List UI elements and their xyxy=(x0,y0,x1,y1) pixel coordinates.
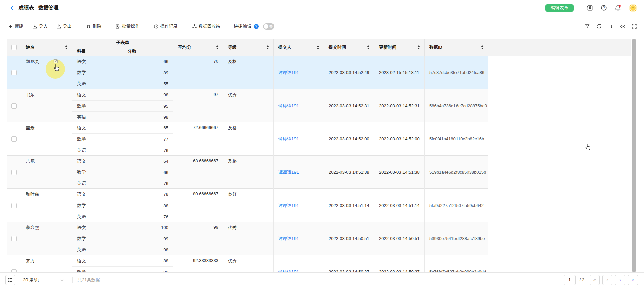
submitter-link[interactable]: 谭谭谭191 xyxy=(278,103,299,109)
table-row: 盖聂语文数学英语65777672.66666667及格谭谭谭1912022-03… xyxy=(7,122,488,156)
row-name: 齐力 xyxy=(26,258,35,263)
delete-button[interactable]: 删除 xyxy=(86,23,101,30)
sort-icon[interactable] xyxy=(265,44,270,50)
filter-button[interactable] xyxy=(584,23,590,30)
row-checkbox[interactable] xyxy=(11,203,17,208)
subject-cell: 数学 xyxy=(72,100,123,111)
row-density-button[interactable] xyxy=(5,275,15,285)
prev-page-button[interactable]: ‹ xyxy=(602,275,612,285)
subject-column-cell: 语文数学英语 xyxy=(72,122,123,156)
toolbar-actions: 新建 导入 导出 删除 批量操作 操作记录 数据回收站 快捷编辑 ? xyxy=(8,23,274,30)
edit-form-button[interactable]: 编辑表单 xyxy=(545,4,574,12)
update-time-cell: 2022-03-03 14:51:14 xyxy=(374,189,425,222)
row-checkbox[interactable] xyxy=(11,103,17,109)
column-header-subform: 子表单 xyxy=(72,39,173,47)
sort-icon[interactable] xyxy=(366,44,371,50)
subject-cell: 语文 xyxy=(72,56,123,67)
data-id: 5fc0f41a4180110c2b82c16b xyxy=(429,136,484,141)
contacts-icon-glyph xyxy=(587,5,593,11)
operation-log-button[interactable]: 操作记录 xyxy=(154,23,178,30)
export-button[interactable]: 导出 xyxy=(56,23,72,30)
last-page-button[interactable]: » xyxy=(628,275,638,285)
subject-cell: 语文 xyxy=(72,156,123,167)
data-id-cell: 586b4a736c16e7cd28875be0 xyxy=(425,89,488,122)
grade-cell: 优秀 xyxy=(223,89,274,122)
column-header-name[interactable]: 姓名 xyxy=(21,39,72,56)
quick-edit-toggle[interactable]: 关 xyxy=(263,23,274,30)
table-row: 和叶森语文数学英语78887680.66666667良好谭谭谭1912022-0… xyxy=(7,189,488,222)
page-size-select[interactable]: 20 条/页 xyxy=(19,275,68,285)
back-button[interactable] xyxy=(9,5,15,11)
sort-icon[interactable] xyxy=(480,44,485,50)
help-badge-icon[interactable]: ? xyxy=(254,24,259,29)
name-cell: 盖聂 xyxy=(21,122,72,156)
next-page-button[interactable]: › xyxy=(615,275,625,285)
row-checkbox[interactable] xyxy=(11,136,17,142)
submit-time: 2022-03-03 14:52:31 xyxy=(329,103,369,108)
sort-icon[interactable] xyxy=(64,44,69,50)
row-checkbox[interactable] xyxy=(11,170,17,175)
row-checkbox[interactable] xyxy=(11,70,17,75)
row-checkbox[interactable] xyxy=(11,236,17,241)
refresh-button[interactable] xyxy=(596,23,602,30)
help-icon[interactable]: ? xyxy=(600,5,607,11)
row-checkbox-cell xyxy=(7,189,21,222)
toolbar: 新建 导入 导出 删除 批量操作 操作记录 数据回收站 快捷编辑 ? xyxy=(0,16,644,38)
update-time-cell: 2022-03-03 14:51:38 xyxy=(374,156,425,189)
score-cell: 64 xyxy=(123,156,173,167)
import-button[interactable]: 导入 xyxy=(32,23,48,30)
subject-column-cell: 语文数学英语 xyxy=(72,89,123,122)
contacts-icon[interactable] xyxy=(586,5,593,11)
subject-cell: 英语 xyxy=(72,111,123,122)
submitter-link[interactable]: 谭谭谭191 xyxy=(278,236,299,242)
column-header-data-id[interactable]: 数据ID xyxy=(425,39,488,56)
column-header-submit-time[interactable]: 提交时间 xyxy=(324,39,374,56)
score-cell: 55 xyxy=(123,78,173,89)
name-cell: 吉尼 xyxy=(21,156,72,189)
sort-icon[interactable] xyxy=(215,44,220,50)
grade-cell: 优秀 xyxy=(223,222,274,255)
column-header-update-time[interactable]: 更新时间 xyxy=(374,39,425,56)
submit-time-cell: 2022-03-03 14:51:14 xyxy=(324,189,374,222)
header-checkbox-cell xyxy=(7,39,21,56)
subject-cell: 英语 xyxy=(72,145,123,156)
submitter-link[interactable]: 谭谭谭191 xyxy=(278,269,299,273)
eye-icon xyxy=(620,24,626,30)
data-id: 57c87dcbe3fe71abd24fca86 xyxy=(429,70,484,75)
import-icon xyxy=(32,24,37,29)
submitter-link[interactable]: 谭谭谭191 xyxy=(278,203,299,209)
row-name: 慕容熙 xyxy=(26,225,39,230)
notification-bell-icon[interactable] xyxy=(614,5,621,11)
update-time: 2022-03-03 14:52:31 xyxy=(379,103,420,108)
submitter-link[interactable]: 谭谭谭191 xyxy=(278,136,299,142)
column-visibility-button[interactable] xyxy=(620,23,626,30)
column-header-average[interactable]: 平均分 xyxy=(173,39,223,56)
row-height-icon xyxy=(8,277,13,283)
header-filler xyxy=(488,39,631,56)
name-cell: 书乐 xyxy=(21,89,72,122)
grade-cell: 优秀 xyxy=(223,255,274,272)
vertical-scrollbar[interactable] xyxy=(632,39,636,272)
submitter-link[interactable]: 谭谭谭191 xyxy=(278,169,299,175)
filter-funnel-icon xyxy=(585,24,590,29)
page-number-input[interactable] xyxy=(564,275,576,285)
score-cell: 100 xyxy=(123,222,173,233)
new-button[interactable]: 新建 xyxy=(8,23,23,30)
row-checkbox-cell xyxy=(7,156,21,189)
data-recycle-bin-button[interactable]: 数据回收站 xyxy=(192,23,220,30)
sort-rows-button[interactable] xyxy=(608,23,614,30)
first-page-button[interactable]: « xyxy=(590,275,600,285)
total-pages-label: / 2 xyxy=(580,277,584,282)
row-checkbox[interactable] xyxy=(11,269,17,273)
column-header-grade[interactable]: 等级 xyxy=(223,39,274,56)
score-cell: 78 xyxy=(123,189,173,200)
column-header-submitter[interactable]: 提交人 xyxy=(274,39,324,56)
sort-icon[interactable] xyxy=(416,44,421,50)
batch-operations-button[interactable]: 批量操作 xyxy=(115,23,140,30)
avatar[interactable] xyxy=(629,4,637,12)
sort-icon[interactable] xyxy=(316,44,320,50)
fullscreen-button[interactable] xyxy=(631,23,637,30)
subject-cell: 数学 xyxy=(72,266,123,272)
select-all-checkbox[interactable] xyxy=(11,45,17,50)
submitter-link[interactable]: 谭谭谭191 xyxy=(278,70,299,76)
